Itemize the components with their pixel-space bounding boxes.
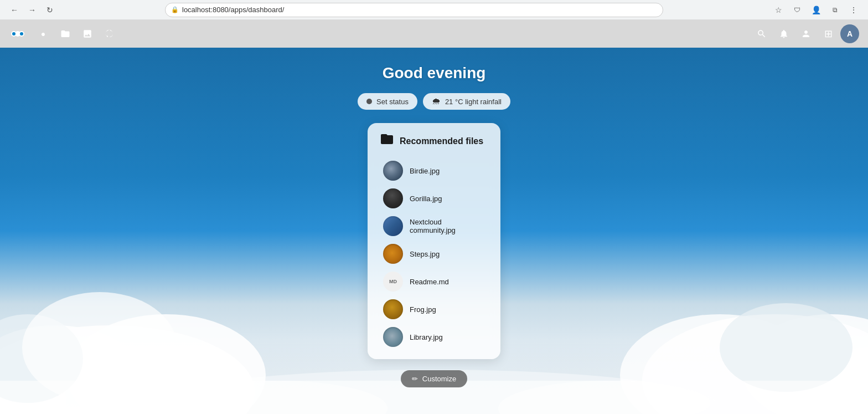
file-list: Birdie.jpgGorilla.jpgNextcloud community… — [381, 157, 487, 350]
file-thumbnail: MD — [383, 272, 403, 292]
activity-app-button[interactable] — [100, 24, 120, 44]
status-bar: Set status 🌧 21 °C light rainfall — [358, 93, 510, 110]
nextcloud-logo-icon — [9, 25, 27, 43]
address-bar[interactable]: 🔒 localhost:8080/apps/dashboard/ — [165, 3, 663, 17]
file-thumbnail — [383, 188, 403, 208]
avatar[interactable]: A — [840, 24, 859, 43]
browser-nav-icons: ← → ↻ — [7, 2, 58, 18]
folder-icon — [381, 134, 394, 149]
contacts-button[interactable] — [796, 24, 816, 44]
file-name: Library.jpg — [410, 333, 443, 341]
forward-button[interactable]: → — [24, 2, 40, 18]
notifications-icon — [779, 29, 789, 39]
recommended-files-card: Recommended files Birdie.jpgGorilla.jpgN… — [368, 123, 500, 359]
browser-chrome: ← → ↻ 🔒 localhost:8080/apps/dashboard/ ☆… — [0, 0, 868, 20]
extension-button[interactable]: ⧉ — [827, 2, 843, 18]
status-dot — [366, 99, 372, 104]
contacts-icon — [801, 29, 811, 39]
file-name: Readme.md — [410, 278, 449, 286]
file-name: Steps.jpg — [410, 250, 440, 258]
file-thumbnail — [383, 244, 403, 264]
svg-point-19 — [12, 32, 16, 35]
search-icon — [757, 29, 767, 39]
weather-label: 21 °C light rainfall — [445, 98, 502, 106]
files-icon — [60, 29, 70, 39]
set-status-label: Set status — [376, 98, 409, 106]
nc-toolbar: ● — [0, 20, 868, 48]
notifications-button[interactable] — [774, 24, 794, 44]
browser-right-icons: ☆ 🛡 👤 ⧉ ⋮ — [771, 2, 861, 18]
extensions-button[interactable]: 🛡 — [789, 2, 805, 18]
nc-app-icons: ● — [33, 24, 120, 44]
file-thumbnail — [383, 161, 403, 181]
file-item[interactable]: Gorilla.jpg — [381, 185, 487, 212]
file-item[interactable]: Frog.jpg — [381, 296, 487, 323]
activity-icon — [105, 29, 115, 39]
nc-logo[interactable] — [9, 25, 27, 43]
file-item[interactable]: MDReadme.md — [381, 268, 487, 295]
customize-icon: ✏ — [412, 375, 418, 383]
card-title: Recommended files — [400, 136, 483, 146]
weather-button[interactable]: 🌧 21 °C light rainfall — [423, 93, 510, 110]
set-status-button[interactable]: Set status — [358, 93, 417, 110]
star-button[interactable]: ☆ — [771, 2, 786, 18]
file-item[interactable]: Steps.jpg — [381, 241, 487, 267]
file-name: Frog.jpg — [410, 305, 436, 314]
file-thumbnail — [383, 216, 403, 236]
card-header: Recommended files — [381, 134, 487, 149]
status-app-button[interactable]: ● — [33, 24, 53, 44]
lock-icon: 🔒 — [171, 6, 179, 13]
customize-button[interactable]: ✏ Customize — [401, 370, 467, 387]
svg-point-20 — [20, 32, 23, 35]
apps-panel-button[interactable]: ⊞ — [818, 24, 838, 44]
file-item[interactable]: Nextcloud community.jpg — [381, 213, 487, 239]
reload-button[interactable]: ↻ — [42, 2, 58, 18]
search-button[interactable] — [752, 24, 772, 44]
back-button[interactable]: ← — [7, 2, 22, 18]
profile-button[interactable]: 👤 — [808, 2, 824, 18]
menu-button[interactable]: ⋮ — [846, 2, 861, 18]
photos-app-button[interactable] — [78, 24, 97, 44]
customize-label: Customize — [422, 375, 456, 383]
files-app-button[interactable] — [55, 24, 75, 44]
file-item[interactable]: Library.jpg — [381, 324, 487, 350]
greeting-text: Good evening — [383, 64, 486, 82]
nc-toolbar-right: ⊞ A — [752, 24, 859, 44]
file-name: Gorilla.jpg — [410, 195, 442, 203]
file-name: Birdie.jpg — [410, 167, 440, 175]
file-item[interactable]: Birdie.jpg — [381, 157, 487, 184]
weather-icon: 🌧 — [432, 96, 441, 106]
file-thumbnail — [383, 327, 403, 347]
photos-icon — [82, 29, 92, 39]
file-thumbnail — [383, 299, 403, 319]
file-name: Nextcloud community.jpg — [410, 218, 485, 234]
url-text: localhost:8080/apps/dashboard/ — [182, 6, 284, 14]
main-content: Good evening Set status 🌧 21 °C light ra… — [0, 48, 868, 414]
